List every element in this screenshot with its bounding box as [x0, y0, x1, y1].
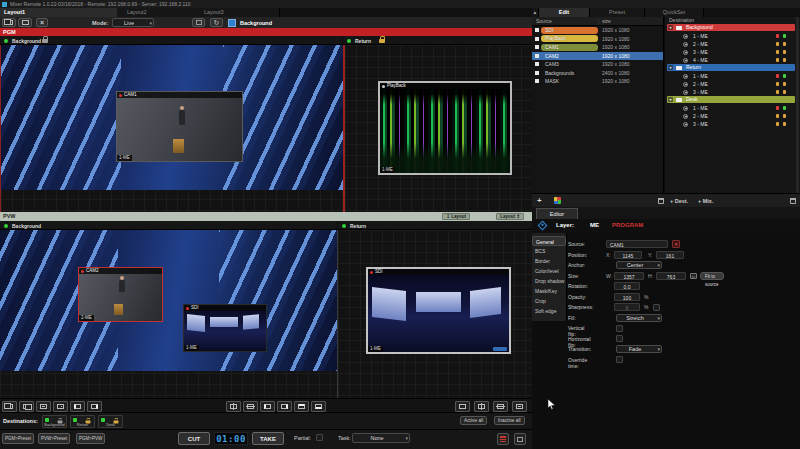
tab-edit[interactable]: Edit	[539, 8, 590, 17]
checkbox-icon[interactable]	[535, 62, 539, 66]
align-right-icon[interactable]	[277, 401, 292, 412]
source-row-mask[interactable]: MASK 1920 x 1080	[532, 77, 663, 85]
fit-to-source-button[interactable]: Fit to source	[700, 272, 724, 280]
override-time-checkbox[interactable]	[616, 356, 623, 363]
source-row-sdi[interactable]: SDI 1920 x 1080	[532, 26, 663, 34]
source-row-cam1[interactable]: CAM1 1920 x 1080	[532, 43, 663, 51]
lock-icon[interactable]	[42, 39, 48, 43]
collapse-panel-button[interactable]: ▴	[532, 8, 539, 17]
eye-icon[interactable]	[683, 42, 688, 47]
pvw-sdi-layer[interactable]: SDI 1-ME	[183, 304, 267, 352]
pvw-preset-button[interactable]: PVW>Preset	[38, 433, 70, 444]
dest-item[interactable]: 1 - ME	[667, 104, 795, 112]
dest-toggle-background[interactable]: Background	[42, 415, 67, 428]
pgm-return-viewport[interactable]: PlayBack 1-ME	[345, 45, 533, 212]
pgm-pvw-button[interactable]: PGM>PVW	[76, 433, 105, 444]
add-icon[interactable]: +	[537, 196, 542, 205]
eye-icon[interactable]	[683, 74, 688, 79]
checkbox-icon[interactable]	[535, 54, 539, 58]
rotation-input[interactable]: 0.0	[614, 282, 640, 290]
pgm-preset-button[interactable]: PGM>Preset	[2, 433, 34, 444]
position-x-input[interactable]: 1145	[614, 251, 642, 259]
layer-value[interactable]: ME	[590, 222, 599, 228]
dest-item[interactable]: 3 - ME	[667, 48, 795, 56]
dest-item[interactable]: 1 - ME	[667, 72, 795, 80]
align-bottom-icon[interactable]	[311, 401, 326, 412]
bring-forward-icon[interactable]	[36, 401, 51, 412]
duplicate-layer-icon[interactable]	[70, 401, 85, 412]
transition-select[interactable]: Fade▾	[616, 345, 662, 353]
clear-source-button[interactable]: ✕	[672, 240, 680, 248]
partial-checkbox[interactable]	[316, 434, 323, 441]
background-color-swatch[interactable]	[228, 19, 236, 27]
lock-icon[interactable]	[379, 39, 385, 43]
send-backward-icon[interactable]	[53, 401, 68, 412]
anchor-select[interactable]: Center▾	[616, 261, 662, 269]
nav-soft-edge[interactable]: Soft edge	[532, 306, 566, 316]
tab-layout2[interactable]: Layout2	[117, 8, 203, 17]
size-h-input[interactable]: 763	[656, 272, 686, 280]
eye-icon[interactable]	[683, 34, 688, 39]
original-size-icon[interactable]	[512, 401, 527, 412]
add-mix-button[interactable]: + Mix.	[698, 198, 713, 204]
opacity-input[interactable]: 100	[614, 293, 640, 301]
nav-mask-key[interactable]: Mask/Key	[532, 286, 566, 296]
source-row-cam2[interactable]: CAM2 1920 x 1080	[532, 52, 663, 60]
pvw-cam2-layer[interactable]: CAM2 2-ME	[78, 267, 163, 322]
scrollbar[interactable]	[796, 17, 799, 193]
checkbox-icon[interactable]	[535, 71, 539, 75]
vertical-flip-checkbox[interactable]	[616, 325, 623, 332]
position-y-input[interactable]: 161	[656, 251, 684, 259]
align-center-v-icon[interactable]	[243, 401, 258, 412]
checkbox-icon[interactable]	[535, 45, 539, 49]
sharpness-input[interactable]: 0	[614, 303, 640, 311]
align-left-icon[interactable]	[260, 401, 275, 412]
trash-icon[interactable]	[658, 198, 664, 204]
dest-group-return[interactable]: ▾ Return	[667, 64, 795, 71]
checkbox-icon[interactable]	[535, 28, 539, 32]
trash-icon[interactable]	[790, 198, 796, 204]
dest-item[interactable]: 2 - ME	[667, 80, 795, 88]
source-row-playback[interactable]: PlayBack 1920 x 1080	[532, 35, 663, 43]
nav-drop-shadow[interactable]: Drop shadow	[532, 276, 566, 286]
dest-group-desk[interactable]: ▾ Desk	[667, 96, 795, 103]
checkbox-icon[interactable]	[535, 79, 539, 83]
take-button[interactable]: TAKE	[252, 432, 284, 445]
sharpness-checkbox[interactable]	[653, 304, 660, 311]
color-palette-icon[interactable]	[554, 197, 561, 204]
bring-to-front-icon[interactable]	[2, 401, 17, 412]
source-input[interactable]: CAM1	[606, 240, 668, 248]
dest-toggle-desk[interactable]: Desk	[98, 415, 123, 428]
layout-load-button[interactable]: ↧ Layout	[442, 213, 470, 220]
eye-icon[interactable]	[683, 114, 688, 119]
align-top-icon[interactable]	[294, 401, 309, 412]
mode-select[interactable]: Live▾	[112, 18, 154, 27]
layout-split-icon[interactable]	[2, 18, 16, 27]
dest-item[interactable]: 3 - ME	[667, 120, 795, 128]
transition-time-display[interactable]: 01:00	[214, 432, 248, 445]
nav-crop[interactable]: Crop	[532, 296, 566, 306]
inactive-all-button[interactable]: Inactive all	[494, 416, 525, 425]
refresh-icon[interactable]: ↻	[210, 18, 223, 27]
tab-editor[interactable]: Editor	[536, 208, 578, 219]
eye-icon[interactable]	[683, 82, 688, 87]
tab-quickset[interactable]: QuickSet	[645, 8, 704, 17]
layout-single-icon[interactable]	[18, 18, 32, 27]
send-to-back-icon[interactable]	[19, 401, 34, 412]
nav-border[interactable]: Border	[532, 256, 566, 266]
tab-preset[interactable]: Preset	[590, 8, 645, 17]
eye-icon[interactable]	[683, 122, 688, 127]
chevron-down-icon[interactable]: ▾	[668, 97, 673, 102]
fit-height-icon[interactable]	[493, 401, 508, 412]
snapshot-icon[interactable]	[192, 18, 205, 27]
dest-item[interactable]: 2 - ME	[667, 112, 795, 120]
task-select[interactable]: None▾	[352, 433, 410, 443]
pvw-return-viewport[interactable]: SDI 1-ME	[338, 230, 532, 398]
eye-icon[interactable]	[683, 58, 688, 63]
source-row-cam3[interactable]: CAM3 1920 x 1080	[532, 60, 663, 68]
chevron-down-icon[interactable]: ▾	[668, 25, 673, 30]
size-w-input[interactable]: 1357	[614, 272, 644, 280]
eye-icon[interactable]	[683, 106, 688, 111]
dest-toggle-return[interactable]: Return	[70, 415, 95, 428]
close-layout-icon[interactable]: ×	[36, 18, 48, 27]
